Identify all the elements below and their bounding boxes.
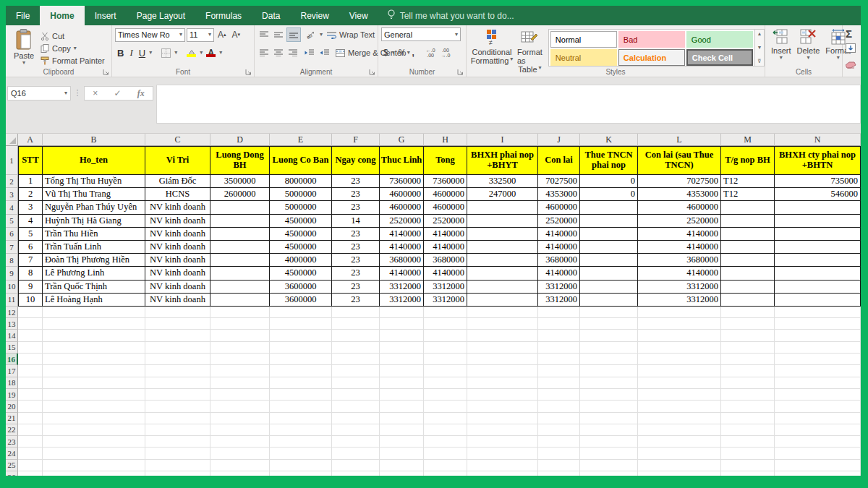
cell-N4[interactable] <box>775 201 861 214</box>
cell-H22[interactable] <box>424 424 467 436</box>
cell-F4[interactable]: 23 <box>332 201 380 214</box>
cut-button[interactable]: Cut <box>39 30 106 41</box>
cell-H13[interactable] <box>424 318 467 330</box>
cell-H16[interactable] <box>424 354 467 365</box>
cell-C3[interactable]: HCNS <box>145 188 210 201</box>
cell-K6[interactable] <box>580 228 638 241</box>
percent-button[interactable]: % <box>396 46 409 60</box>
cell-C5[interactable]: NV kinh doanh <box>145 215 210 228</box>
cell-M7[interactable] <box>721 241 775 254</box>
cell-J26[interactable] <box>538 471 580 476</box>
cell-H4[interactable]: 4600000 <box>424 201 467 214</box>
cell-G25[interactable] <box>380 460 424 471</box>
cell-F16[interactable] <box>332 354 380 365</box>
row-header-23[interactable]: 23 <box>6 436 18 448</box>
font-color-button[interactable]: A <box>204 46 218 60</box>
name-box[interactable]: Q16 ▾ <box>7 86 71 100</box>
cell-A11[interactable]: 10 <box>18 294 43 307</box>
col-header-I[interactable]: I <box>467 134 538 146</box>
font-name-combo[interactable]: Times New Ro▾ <box>115 28 185 42</box>
cell-F22[interactable] <box>332 424 380 436</box>
cell-C19[interactable] <box>145 389 210 401</box>
cell-B19[interactable] <box>43 389 145 401</box>
cell-J19[interactable] <box>538 389 580 401</box>
cell-M1[interactable]: T/g nop BH <box>721 146 775 175</box>
row-header-18[interactable]: 18 <box>6 377 18 389</box>
tab-home[interactable]: Home <box>40 6 84 25</box>
cell-J3[interactable]: 4353000 <box>538 188 580 201</box>
increase-indent-button[interactable] <box>318 46 331 60</box>
cell-I10[interactable] <box>467 281 538 294</box>
cell-J15[interactable] <box>538 342 580 354</box>
format-painter-button[interactable]: Format Painter <box>39 56 106 67</box>
cell-J10[interactable]: 3312000 <box>538 281 580 294</box>
cell-A9[interactable]: 8 <box>18 267 43 280</box>
cell-M21[interactable] <box>721 413 775 424</box>
cell-A19[interactable] <box>18 389 43 401</box>
cell-I24[interactable] <box>467 448 538 459</box>
cell-N11[interactable] <box>775 294 861 307</box>
insert-cells-button[interactable]: Insert▾ <box>768 27 794 67</box>
align-center-button[interactable] <box>272 46 285 60</box>
cell-E12[interactable] <box>270 307 332 318</box>
cell-A12[interactable] <box>18 307 43 318</box>
cell-C1[interactable]: Vi Tri <box>145 146 210 175</box>
cell-K7[interactable] <box>580 241 638 254</box>
cell-G10[interactable]: 3312000 <box>380 281 424 294</box>
select-all-corner[interactable] <box>6 134 18 146</box>
cell-L10[interactable]: 3312000 <box>638 281 721 294</box>
cell-E15[interactable] <box>270 342 332 354</box>
cell-N14[interactable] <box>775 330 861 341</box>
cell-I25[interactable] <box>467 460 538 471</box>
cell-K3[interactable]: 0 <box>580 188 638 201</box>
cell-L6[interactable]: 4140000 <box>638 228 721 241</box>
insert-function-icon[interactable]: fx <box>137 88 145 99</box>
autosum-button[interactable]: Σ <box>846 27 856 40</box>
cell-A17[interactable] <box>18 365 43 377</box>
row-header-5[interactable]: 5 <box>6 215 18 228</box>
cell-F21[interactable] <box>332 413 380 424</box>
cell-L11[interactable]: 3312000 <box>638 294 721 307</box>
cell-I1[interactable]: BHXH phai nop +BHYT <box>467 146 538 175</box>
cell-G17[interactable] <box>380 365 424 377</box>
cell-I12[interactable] <box>467 307 538 318</box>
cell-B20[interactable] <box>43 401 145 412</box>
cell-H10[interactable]: 3312000 <box>424 281 467 294</box>
row-header-16[interactable]: 16 <box>6 354 18 365</box>
cell-E26[interactable] <box>270 471 332 476</box>
row-header-2[interactable]: 2 <box>6 175 18 188</box>
tab-formulas[interactable]: Formulas <box>195 6 252 25</box>
cell-K17[interactable] <box>580 365 638 377</box>
cell-F19[interactable] <box>332 389 380 401</box>
cell-D25[interactable] <box>210 460 270 471</box>
decrease-indent-button[interactable] <box>302 46 316 60</box>
cell-M2[interactable]: T12 <box>721 175 775 188</box>
cell-A22[interactable] <box>18 424 43 436</box>
cell-M8[interactable] <box>721 254 775 267</box>
row-header-1[interactable]: 1 <box>6 146 18 175</box>
cell-B6[interactable]: Trần Thu Hiền <box>43 228 145 241</box>
cell-B8[interactable]: Đoàn Thị Phương Hiền <box>43 254 145 267</box>
cell-M5[interactable] <box>721 215 775 228</box>
cell-G26[interactable] <box>380 471 424 476</box>
cell-F8[interactable]: 23 <box>332 254 380 267</box>
cell-A26[interactable] <box>18 471 43 476</box>
wrap-text-button[interactable]: Wrap Text <box>326 29 376 41</box>
cell-A14[interactable] <box>18 330 43 341</box>
cell-F3[interactable]: 23 <box>332 188 380 201</box>
row-header-17[interactable]: 17 <box>6 365 18 377</box>
cell-G13[interactable] <box>380 318 424 330</box>
cell-L25[interactable] <box>638 460 721 471</box>
cell-B1[interactable]: Ho_ten <box>43 146 145 175</box>
cell-D18[interactable] <box>210 377 270 389</box>
cell-I21[interactable] <box>467 413 538 424</box>
cell-B3[interactable]: Vũ Thị Thu Trang <box>43 188 145 201</box>
bold-button[interactable]: B <box>115 46 126 60</box>
cell-H14[interactable] <box>424 330 467 341</box>
cell-M9[interactable] <box>721 267 775 280</box>
increase-decimal-button[interactable]: ←.0.00 <box>424 46 438 60</box>
style-chip-good[interactable]: Good <box>686 31 753 48</box>
cell-D1[interactable]: Luong Dong BH <box>210 146 270 175</box>
cell-H20[interactable] <box>424 401 467 412</box>
cell-F18[interactable] <box>332 377 380 389</box>
